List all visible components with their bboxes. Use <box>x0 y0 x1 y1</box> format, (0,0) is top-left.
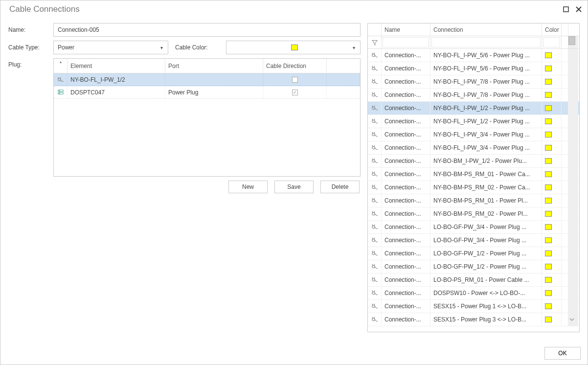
connections-table: Name Connection Color Connection-...NY-B… <box>367 23 580 332</box>
color-cell <box>542 168 562 181</box>
close-button[interactable] <box>575 5 583 13</box>
table-row[interactable]: Connection-...NY-BO-FL_I-PW_3/4 - Power … <box>368 128 579 141</box>
col-name[interactable]: Name <box>382 23 430 36</box>
scrollbar-track[interactable] <box>568 234 578 247</box>
table-row[interactable]: Connection-...LO-BO-GF-PW_3/4 - Power Pl… <box>368 221 579 234</box>
scrollbar-track[interactable] <box>568 89 578 101</box>
connection-cell: LO-BO-GF-PW_3/4 - Power Plug ... <box>430 234 542 247</box>
scrollbar-track[interactable] <box>568 287 578 299</box>
table-row[interactable]: Connection-...NY-BO-BM-PS_RM_01 - Power … <box>368 194 579 207</box>
plug-icon <box>368 155 382 167</box>
scrollbar-track[interactable] <box>568 194 578 207</box>
scrollbar-track[interactable] <box>568 49 578 62</box>
table-row[interactable]: Connection-...NY-BO-FL_I-PW_3/4 - Power … <box>368 141 579 155</box>
blank-cell <box>562 115 568 128</box>
chevron-down-icon: ▾ <box>349 45 358 50</box>
save-button[interactable]: Save <box>274 181 314 193</box>
blank-cell <box>562 207 568 220</box>
scrollbar-thumb[interactable] <box>568 36 575 45</box>
connection-cell: DOSPSW10 - Power <-> LO-BO-... <box>430 287 542 299</box>
plug-icon <box>368 221 382 233</box>
scrollbar-track[interactable] <box>568 207 578 220</box>
new-button[interactable]: New <box>228 181 268 193</box>
table-row[interactable]: Connection-...SESX15 - Power Plug 3 <-> … <box>368 313 579 326</box>
plug-icon <box>368 234 382 247</box>
col-icon[interactable] <box>368 23 382 36</box>
filter-name-input[interactable] <box>383 37 429 47</box>
scrollbar-track[interactable] <box>568 300 578 313</box>
table-row[interactable]: NY-BO-FL_I-PW_1/2 <box>54 73 360 86</box>
name-cell: Connection-... <box>382 62 430 75</box>
table-row[interactable]: Connection-...NY-BO-FL_I-PW_5/6 - Power … <box>368 49 579 62</box>
table-row[interactable]: Connection-...LO-BO-GF-PW_3/4 - Power Pl… <box>368 234 579 247</box>
scrollbar-track[interactable] <box>568 102 578 114</box>
scrollbar-track[interactable] <box>568 168 578 181</box>
name-cell: Connection-... <box>382 181 430 194</box>
filter-icon[interactable] <box>368 36 382 48</box>
col-direction[interactable]: Cable Direction <box>263 59 327 73</box>
scrollbar-track[interactable] <box>568 260 578 273</box>
table-row[interactable]: Connection-...NY-BO-BM-PS_RM_02 - Power … <box>368 181 579 194</box>
table-row[interactable]: Connection-...DOSPSW10 - Power <-> LO-BO… <box>368 287 579 300</box>
table-row[interactable]: Connection-...LO-BO-GF-PW_1/2 - Power Pl… <box>368 247 579 260</box>
plug-icon <box>368 115 382 128</box>
scrollbar-track[interactable] <box>568 181 578 194</box>
color-cell <box>542 128 562 141</box>
name-cell: Connection-... <box>382 89 430 101</box>
direction-cell[interactable] <box>263 73 327 86</box>
scrollbar-track[interactable] <box>568 141 578 154</box>
table-row[interactable]: Connection-...NY-BO-FL_I-PW_7/8 - Power … <box>368 89 579 102</box>
col-port[interactable]: Port <box>165 59 263 73</box>
name-cell: Connection-... <box>382 168 430 181</box>
scrollbar-track[interactable] <box>568 128 578 141</box>
color-cell <box>542 234 562 247</box>
name-cell: Connection-... <box>382 155 430 167</box>
table-row[interactable]: Connection-...NY-BO-BM-PS_RM_02 - Power … <box>368 207 579 221</box>
plug-icon <box>54 73 68 86</box>
name-cell: Connection-... <box>382 115 430 128</box>
col-color[interactable]: Color <box>542 23 562 36</box>
table-row[interactable]: DOSPTC047Power Plug <box>54 86 360 99</box>
scrollbar-track[interactable] <box>568 115 578 128</box>
scrollbar-track[interactable] <box>568 75 578 88</box>
direction-cell[interactable] <box>263 86 327 98</box>
server-icon <box>54 86 68 98</box>
col-element[interactable]: Element <box>68 59 165 73</box>
scrollbar-track[interactable] <box>568 62 578 75</box>
name-cell: Connection-... <box>382 207 430 220</box>
scrollbar-track[interactable] <box>568 247 578 260</box>
table-row[interactable]: Connection-...NY-BO-FL_I-PW_1/2 - Power … <box>368 102 579 115</box>
col-connection[interactable]: Connection <box>430 23 542 36</box>
scrollbar-track[interactable] <box>568 274 578 286</box>
color-cell <box>542 313 562 326</box>
cable-color-combo[interactable]: ▾ <box>226 41 361 54</box>
table-row[interactable]: Connection-...LO-BO-GF-PW_1/2 - Power Pl… <box>368 260 579 274</box>
color-cell <box>542 194 562 207</box>
scrollbar-track[interactable] <box>568 36 578 48</box>
cable-type-combo[interactable]: Power ▾ <box>53 41 168 54</box>
table-row[interactable]: Connection-...NY-BO-FL_I-PW_1/2 - Power … <box>368 115 579 128</box>
connection-cell: LO-BO-GF-PW_1/2 - Power Plug ... <box>430 260 542 273</box>
table-row[interactable]: Connection-...NY-BO-BM_I-PW_1/2 - Power … <box>368 155 579 168</box>
maximize-button[interactable] <box>562 5 570 13</box>
plug-icon <box>368 168 382 181</box>
table-row[interactable]: Connection-...NY-BO-FL_I-PW_5/6 - Power … <box>368 62 579 75</box>
filter-connection-input[interactable] <box>431 37 541 47</box>
table-row[interactable]: Connection-...SESX15 - Power Plug 1 <-> … <box>368 300 579 313</box>
table-row[interactable]: Connection-...NY-BO-BM-PS_RM_01 - Power … <box>368 168 579 181</box>
scrollbar-track[interactable] <box>568 221 578 233</box>
blank-cell <box>562 300 568 313</box>
table-row[interactable]: Connection-...LO-BO-PS_RM_01 - Power Cab… <box>368 274 579 287</box>
col-blank <box>562 23 568 36</box>
delete-button[interactable]: Delete <box>320 181 360 193</box>
name-cell: Connection-... <box>382 221 430 233</box>
col-icon[interactable]: ▴ <box>54 59 68 73</box>
filter-color-input[interactable] <box>543 37 560 47</box>
name-cell: Connection-... <box>382 194 430 207</box>
table-row[interactable]: Connection-...NY-BO-FL_I-PW_7/8 - Power … <box>368 75 579 89</box>
name-input[interactable] <box>53 23 361 37</box>
scrollbar-track[interactable] <box>568 155 578 167</box>
ok-button[interactable]: OK <box>544 347 581 360</box>
blank-cell <box>562 49 568 62</box>
scrollbar-track[interactable] <box>568 313 578 326</box>
